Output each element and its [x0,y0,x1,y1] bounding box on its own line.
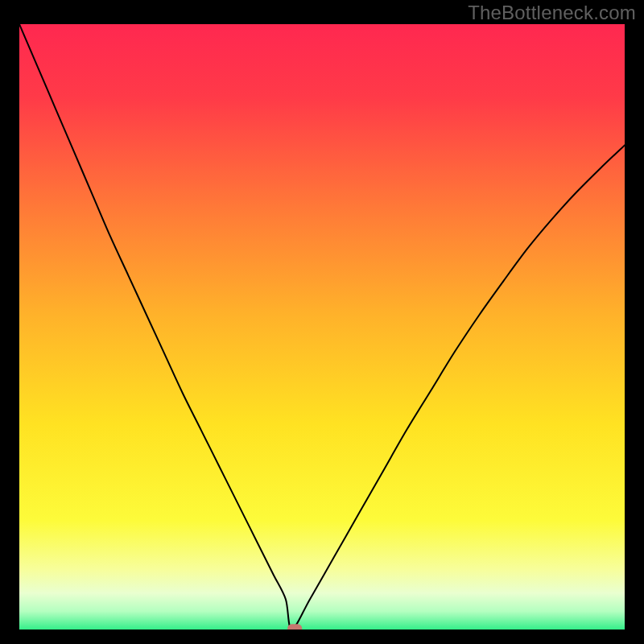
chart-container: TheBottleneck.com [0,0,644,644]
watermark: TheBottleneck.com [468,2,636,24]
plot-area [19,24,625,630]
minimum-marker [287,624,302,630]
chart-svg [19,24,625,630]
gradient-background [19,24,625,630]
